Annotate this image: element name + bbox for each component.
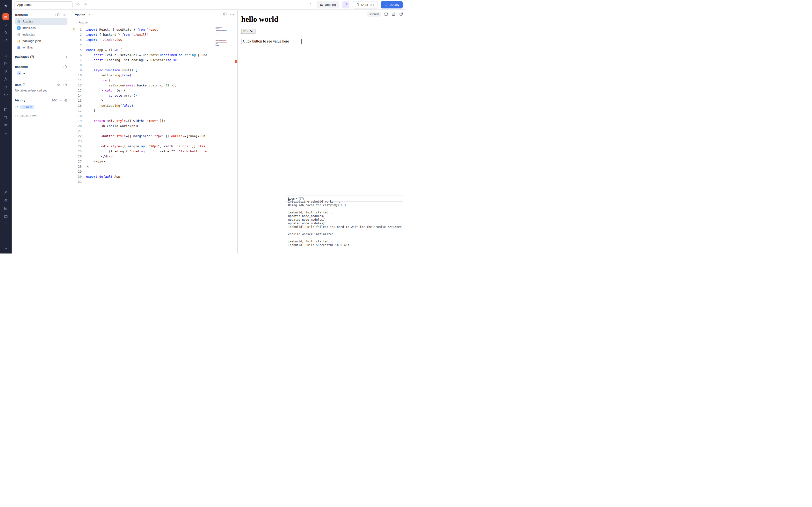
folder-icon: [64, 13, 67, 16]
scrollbar[interactable]: [234, 25, 237, 253]
workspace-icon[interactable]: [2, 205, 9, 212]
database-icon: [64, 83, 67, 87]
code-line: import './index.css': [86, 37, 215, 42]
runs-icon[interactable]: ▷: [2, 60, 9, 66]
inspect-icon: [384, 12, 388, 16]
backend-section: backend + a a: [15, 65, 67, 76]
close-tab-icon[interactable]: ×: [89, 12, 91, 16]
jobs-label: Jobs (0): [324, 3, 336, 6]
rail-bottom-group: ⚙ ⠿ →: [2, 189, 9, 251]
add-file-button[interactable]: +: [55, 13, 60, 17]
code-line: [86, 138, 215, 144]
open-external-button[interactable]: [391, 12, 396, 17]
topbar-actions: ⋮ Jobs (0) Draft ⌘S Deploy: [308, 1, 403, 8]
account-user-icon[interactable]: [2, 189, 9, 196]
inbox-mail-icon[interactable]: ✉: [2, 122, 9, 129]
run-a-button[interactable]: Run 'a': [241, 29, 255, 34]
add-snapshot-button[interactable]: +: [60, 99, 62, 102]
code-line: }: [86, 98, 215, 103]
refresh-icon: [399, 12, 403, 16]
more-menu-icon[interactable]: ⋮: [308, 2, 313, 7]
packages-toggle[interactable]: packages (7) ›: [15, 55, 67, 59]
file-item-wmill-ts[interactable]: ▦ wmill.ts: [15, 44, 67, 51]
windmill-logo-icon[interactable]: ✳: [2, 2, 9, 9]
log-line: [288, 236, 401, 240]
variables-icon[interactable]: $: [2, 68, 9, 74]
log-line: updated node_modules/: [288, 222, 401, 225]
monaco-editor[interactable]: 1234567891011121314151617181920212223242…: [71, 25, 237, 253]
packages-label: packages (7): [15, 55, 34, 58]
settings-gear-icon[interactable]: ⚙: [2, 197, 9, 204]
draft-button[interactable]: Draft ⌘S: [353, 1, 377, 8]
favorites-star-icon[interactable]: ☆: [2, 21, 9, 28]
history-entry[interactable]: 03:23:22 PM: [15, 114, 67, 118]
learn-icon[interactable]: [2, 92, 9, 98]
code-line: [86, 113, 215, 118]
file-name: index.tsx: [22, 33, 35, 36]
jobs-button[interactable]: Jobs (0): [317, 1, 339, 8]
plus-icon: +: [62, 65, 64, 68]
flows-icon[interactable]: [2, 114, 9, 121]
schedules-calendar-icon[interactable]: [2, 106, 9, 113]
history-section: history 1/50 + Current 03:23:22 PM: [15, 99, 67, 118]
editor-preview-splitter[interactable]: [237, 10, 239, 253]
hub-icon[interactable]: [2, 75, 9, 82]
ai-wand-icon[interactable]: [2, 37, 9, 44]
code-line: export default App;: [86, 174, 215, 179]
add-folder-button[interactable]: +: [62, 13, 67, 17]
editor-more-icon[interactable]: ⋯: [230, 12, 234, 17]
add-table-button[interactable]: +: [62, 83, 67, 87]
esbuild-badge: esbuild: [367, 12, 381, 17]
backend-item-a[interactable]: a a: [15, 70, 67, 76]
expand-rail-icon[interactable]: →: [2, 244, 9, 251]
data-settings-button[interactable]: ⚙: [57, 83, 60, 87]
log-line: Initializing esbuild worker...: [288, 200, 401, 204]
code-line: setValue(await backend.a({ x: 42 })): [86, 83, 215, 88]
search-icon[interactable]: [2, 29, 9, 36]
app-name-input[interactable]: [14, 1, 72, 8]
refresh-button[interactable]: [399, 12, 404, 17]
file-item-index-tsx[interactable]: index.tsx: [15, 31, 67, 38]
code-line: setLoading(true): [86, 73, 215, 78]
draft-file-icon: [356, 3, 360, 6]
info-icon: ⓘ: [23, 83, 26, 87]
undo-icon[interactable]: ↶: [76, 2, 80, 7]
apps-icon[interactable]: ▦: [2, 13, 9, 20]
menu-grid-icon[interactable]: ⠿: [2, 221, 9, 228]
log-line: [288, 207, 401, 211]
data-empty-note: No tables referenced yet: [15, 89, 67, 92]
redo-icon[interactable]: ↷: [83, 2, 88, 7]
data-section: data ⓘ ⚙ + No tables referenced yet: [15, 83, 67, 92]
frontend-file-list: App.tsx # index.css index.tsx { } packag…: [15, 18, 67, 51]
css-file-icon: #: [17, 26, 20, 30]
data-section-title: data: [15, 83, 21, 87]
deploy-button[interactable]: Deploy: [381, 1, 403, 8]
inspect-button[interactable]: [384, 12, 389, 17]
gear-icon: ⚙: [57, 83, 60, 87]
camera-snapshot-button[interactable]: [64, 99, 67, 102]
minimap[interactable]: [215, 27, 234, 46]
log-line: updated node_modules/: [288, 214, 401, 218]
home-icon[interactable]: ⌂: [2, 52, 9, 58]
add-backend-script-button[interactable]: +: [62, 65, 67, 68]
left-rail: ✳ ▦ ☆ ⌂ ▷ $ ◇ ✉ + ⚙ ⠿ →: [0, 0, 12, 253]
log-line: [esbuild] Build started...: [288, 211, 401, 214]
history-current-badge[interactable]: Current: [20, 105, 34, 109]
file-item-app-tsx[interactable]: App.tsx: [15, 18, 67, 24]
folders-icon[interactable]: [2, 213, 9, 220]
plus-icon: +: [60, 99, 62, 102]
code-line: const [value, setValue] = useState(undef…: [86, 52, 215, 57]
code-editor-pane: App.tsx × ⋯ › App.tsx 123456789101112131…: [71, 10, 237, 253]
history-section-title: history: [15, 99, 26, 102]
split-editor-icon[interactable]: [223, 12, 227, 17]
code-line: const App = () => {: [86, 47, 215, 52]
tab-app-tsx[interactable]: App.tsx ×: [71, 10, 94, 19]
file-item-package-json[interactable]: { } package.json: [15, 38, 67, 44]
logs-body[interactable]: Initializing esbuild worker...Using idb …: [286, 200, 403, 253]
breadcrumb-file[interactable]: App.tsx: [79, 21, 89, 24]
file-item-index-css[interactable]: # index.css: [15, 24, 67, 31]
add-plus-icon[interactable]: +: [2, 130, 9, 137]
main-layout: ✳ ▦ ☆ ⌂ ▷ $ ◇ ✉ + ⚙ ⠿ →: [0, 10, 406, 253]
ai-assistant-button[interactable]: [342, 1, 349, 8]
resources-icon[interactable]: ◇: [2, 83, 9, 90]
